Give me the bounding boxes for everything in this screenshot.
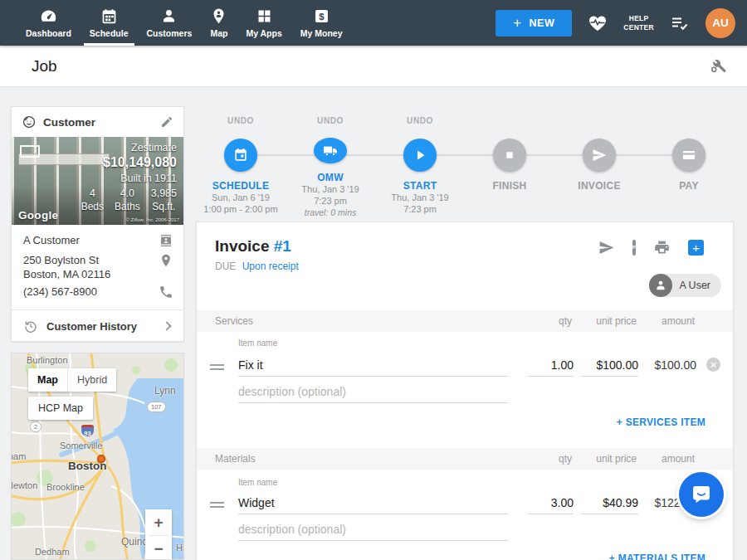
route-badge-2: 2 — [30, 421, 42, 432]
service-item-name-input[interactable] — [238, 355, 508, 377]
map-type-map-button[interactable]: Map — [28, 368, 67, 392]
plus-icon: + — [692, 241, 700, 255]
remove-service-item-button[interactable]: ✕ — [706, 358, 720, 372]
map-pin-marker[interactable] — [97, 455, 105, 463]
nav-item-my-apps[interactable]: My Apps — [237, 0, 290, 46]
start-stage-button[interactable] — [403, 139, 437, 172]
service-qty-input[interactable] — [527, 355, 574, 377]
location-pin-icon[interactable] — [159, 253, 173, 268]
chat-widget-button[interactable] — [679, 472, 724, 517]
zestimate-label: Zestimate — [81, 142, 177, 153]
customer-history-label: Customer History — [46, 320, 164, 333]
assigned-user-pill[interactable]: A User — [649, 274, 721, 297]
job-settings-button[interactable] — [709, 56, 727, 75]
service-description-input[interactable] — [238, 382, 508, 403]
credit-card-icon-stage[interactable] — [672, 139, 706, 172]
stage-time: 7:23 pm — [314, 195, 347, 207]
nav-item-my-money[interactable]: $ My Money — [291, 0, 352, 46]
material-qty-input[interactable] — [527, 493, 574, 514]
schedule-icon — [100, 7, 118, 25]
stop-icon — [501, 147, 518, 163]
materials-section-label: Materials — [215, 448, 256, 470]
zestimate-overlay: Zestimate $10,149,080 Built in 1911 4Bed… — [81, 142, 177, 212]
customer-phone: (234) 567-8900 — [23, 285, 97, 299]
play-icon — [412, 147, 428, 163]
nav-item-map[interactable]: Map — [201, 0, 237, 46]
nav-item-dashboard[interactable]: Dashboard — [17, 0, 81, 46]
nav-item-schedule[interactable]: Schedule — [81, 0, 138, 46]
stage-date: Thu, Jan 3 '19 — [391, 192, 448, 203]
add-invoice-item-button[interactable]: + — [688, 240, 704, 256]
zoom-in-button[interactable]: + — [145, 509, 172, 535]
undo-schedule-button[interactable]: UNDO — [227, 116, 254, 126]
chat-bubble-icon — [690, 483, 713, 506]
add-materials-item-link[interactable]: + MATERIALS ITEM — [609, 553, 706, 560]
property-photo[interactable]: Zestimate $10,149,080 Built in 1911 4Bed… — [12, 137, 183, 225]
zoom-out-button[interactable]: − — [145, 536, 172, 560]
stage-time: 1:00 pm - 2:00 pm — [203, 203, 277, 215]
undo-start-button[interactable]: UNDO — [407, 116, 433, 126]
beds-label: Beds — [81, 201, 104, 212]
due-terms-link[interactable]: Upon receipt — [242, 261, 299, 272]
map-type-hybrid-button[interactable]: Hybrid — [68, 368, 116, 392]
contact-card-icon[interactable] — [159, 233, 173, 248]
edit-customer-button[interactable] — [160, 115, 173, 129]
page-title: Job — [32, 57, 57, 75]
material-description-input[interactable] — [238, 519, 508, 541]
customer-history-link[interactable]: Customer History — [23, 313, 173, 339]
baths-label: Baths — [115, 201, 140, 212]
avatar-initials: AU — [712, 17, 729, 29]
stage-date: Sun, Jan 6 '19 — [212, 192, 270, 203]
material-item-name-input[interactable] — [238, 493, 508, 514]
print-button[interactable] — [653, 239, 671, 256]
main-nav: Dashboard Schedule Customers Map My Apps… — [0, 0, 352, 46]
user-avatar[interactable]: AU — [706, 8, 735, 38]
add-services-item-link[interactable]: + SERVICES ITEM — [617, 416, 706, 428]
phone-icon[interactable] — [159, 285, 173, 299]
pencil-icon — [160, 115, 173, 129]
address-line2: Boston, MA 02116 — [23, 268, 110, 280]
map-zoom-control: + − — [145, 509, 172, 560]
printer-icon — [653, 239, 671, 256]
drag-handle[interactable] — [210, 499, 224, 510]
unit-price-column-header: unit price — [596, 448, 637, 470]
map-label-somerville: Somerville — [60, 441, 102, 450]
timeline-stage-omw: UNDO OMW Thu, Jan 3 '19 7:23 pm travel: … — [286, 114, 375, 218]
invoice-number[interactable]: #1 — [274, 237, 291, 255]
hcp-map-button[interactable]: HCP Map — [28, 397, 93, 420]
stage-label: PAY — [679, 180, 699, 192]
services-section-header: Services qty unit price amount — [197, 310, 733, 332]
customer-address-row: 250 Boylston StBoston, MA 02116 — [23, 253, 173, 281]
send-invoice-button[interactable] — [598, 239, 615, 256]
map-label-burlington: Burlington — [27, 355, 68, 365]
new-button[interactable]: + NEW — [496, 10, 572, 37]
omw-stage-button[interactable] — [314, 138, 347, 163]
invoice-stage-button[interactable] — [583, 139, 616, 172]
invoice-title: Invoice #1 — [215, 237, 291, 256]
customer-name-row: A Customer — [23, 233, 173, 248]
page-header: Job — [0, 46, 747, 87]
chevron-right-icon — [162, 321, 171, 330]
nav-actions: + NEW HELP CENTER AU — [496, 0, 747, 46]
item-name-label: Item name — [238, 478, 277, 487]
qty-column-header: qty — [559, 448, 572, 470]
nav-item-customers[interactable]: Customers — [138, 0, 202, 46]
timeline-stage-finish: FINISH — [465, 114, 554, 218]
credit-card-icon — [681, 147, 697, 163]
drag-handle[interactable] — [210, 362, 224, 373]
customer-card-header: Customer — [12, 107, 183, 137]
help-center-link[interactable]: HELP CENTER — [623, 14, 654, 32]
pdf-button[interactable]: PDF — [632, 241, 636, 254]
invoice-actions: PDF + — [598, 239, 704, 256]
nav-label: Schedule — [90, 28, 129, 38]
job-timeline: UNDO SCHEDULE Sun, Jan 6 '19 1:00 pm - 2… — [196, 114, 734, 218]
stage-travel: travel: 0 mins — [305, 207, 356, 218]
amount-column-header: amount — [662, 310, 695, 332]
undo-omw-button[interactable]: UNDO — [317, 116, 344, 125]
finish-stage-button[interactable] — [493, 139, 526, 172]
assigned-user-name: A User — [679, 280, 710, 291]
schedule-stage-button[interactable] — [224, 139, 257, 172]
health-button[interactable] — [588, 13, 608, 33]
checklist-button[interactable] — [670, 13, 690, 33]
baths-value: 4.0 — [115, 187, 140, 199]
